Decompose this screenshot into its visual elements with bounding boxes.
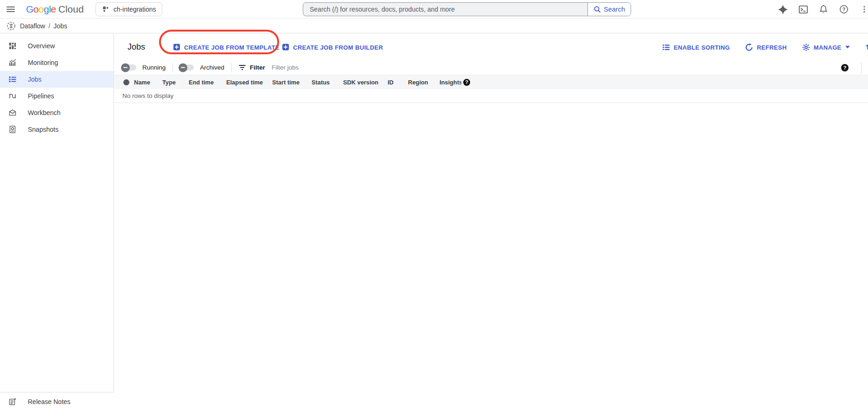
more-vertical-icon[interactable]: [859, 4, 868, 15]
create-job-from-builder-label: CREATE JOB FROM BUILDER: [293, 44, 383, 51]
divider: [172, 63, 173, 72]
search-input[interactable]: [303, 3, 587, 16]
column-header-elapsed-time[interactable]: Elapsed time: [226, 79, 272, 86]
column-header-status[interactable]: Status: [312, 79, 343, 86]
jobs-list-icon: [8, 75, 17, 83]
plus-icon: [173, 44, 180, 51]
create-job-from-template-button[interactable]: CREATE JOB FROM TEMPLATE: [173, 44, 280, 51]
sidebar-item-workbench[interactable]: Workbench: [0, 104, 114, 121]
jobs-filter-row: Running Archived Filter ?: [115, 60, 868, 75]
logo-letter: g: [44, 4, 49, 15]
sidebar-item-label: Pipelines: [28, 92, 54, 100]
enable-sorting-button[interactable]: ENABLE SORTING: [662, 43, 730, 51]
filter-jobs-input[interactable]: [272, 64, 420, 71]
archived-toggle-label: Archived: [200, 64, 224, 71]
column-header-insights[interactable]: Insights: [440, 79, 461, 86]
release-notes-icon: [8, 398, 17, 406]
jobs-toolbar: ENABLE SORTING REFRESH: [662, 43, 868, 51]
toggle-knob: [179, 63, 187, 72]
workbench-icon: [8, 109, 17, 117]
column-header-type[interactable]: Type: [162, 79, 189, 86]
refresh-label: REFRESH: [757, 44, 787, 51]
left-navigation: Overview Monitoring Jobs: [0, 34, 114, 411]
sidebar-item-jobs[interactable]: Jobs: [0, 71, 114, 88]
global-search-bar: Search: [303, 2, 631, 16]
notifications-bell-icon[interactable]: [818, 4, 829, 15]
google-cloud-logo[interactable]: Google Cloud: [26, 4, 84, 15]
sidebar-item-label: Jobs: [28, 76, 42, 83]
column-header-start-time[interactable]: Start time: [272, 79, 312, 86]
gear-icon: [802, 43, 810, 51]
create-job-from-template-label: CREATE JOB FROM TEMPLATE: [184, 44, 280, 51]
filter-button[interactable]: Filter: [239, 64, 265, 71]
plus-icon: [282, 44, 289, 51]
empty-table-message: No rows to display: [115, 89, 868, 103]
dataflow-product-icon: [6, 21, 16, 31]
running-toggle[interactable]: [122, 64, 136, 71]
sidebar-item-label: Workbench: [28, 109, 61, 116]
logo-letter: o: [38, 4, 44, 15]
no-rows-text: No rows to display: [122, 92, 173, 99]
create-job-from-builder-button[interactable]: CREATE JOB FROM BUILDER: [282, 44, 383, 51]
school-icon: [865, 43, 868, 51]
cloud-shell-icon[interactable]: [798, 4, 809, 15]
logo-letter: o: [33, 4, 38, 15]
help-icon[interactable]: ?: [838, 4, 849, 15]
refresh-button[interactable]: REFRESH: [745, 43, 787, 51]
toggle-knob: [121, 63, 130, 72]
column-header-id[interactable]: ID: [388, 79, 408, 86]
monitoring-icon: [8, 58, 17, 67]
chevron-down-icon: [845, 46, 850, 49]
column-header-end-time[interactable]: End time: [189, 79, 226, 86]
topbar-action-icons: ?: [777, 0, 868, 19]
sidebar-item-overview[interactable]: Overview: [0, 38, 114, 54]
enable-sorting-label: ENABLE SORTING: [674, 44, 730, 51]
column-header-region[interactable]: Region: [408, 79, 440, 86]
sidebar-item-snapshots[interactable]: Snapshots: [0, 121, 114, 138]
column-header-sdk-version[interactable]: SDK version: [343, 79, 388, 86]
manage-label: MANAGE: [814, 44, 842, 51]
breadcrumb-separator: /: [48, 22, 50, 30]
jobs-table-header: Name Type End time Elapsed time Start ti…: [115, 75, 868, 89]
page-title: Jobs: [128, 42, 145, 52]
status-dot-icon[interactable]: [123, 79, 129, 85]
logo-letter: G: [26, 4, 33, 15]
refresh-icon: [745, 43, 753, 51]
snapshots-icon: [8, 125, 17, 134]
insights-help-icon[interactable]: ?: [463, 79, 470, 86]
search-icon: [594, 6, 601, 13]
archived-toggle[interactable]: [180, 64, 194, 71]
logo-cloud-text: Cloud: [58, 4, 84, 15]
sidebar-item-label: Release Notes: [28, 398, 70, 405]
project-icon: [102, 6, 109, 13]
breadcrumb: Dataflow / Jobs: [0, 19, 868, 33]
learn-button[interactable]: LEARN: [865, 43, 868, 51]
project-name: ch-integrations: [114, 6, 156, 13]
divider: [861, 62, 862, 73]
gemini-sparkle-icon[interactable]: [777, 4, 788, 15]
top-app-bar: Google Cloud ch-integrations Search: [0, 0, 868, 19]
hamburger-menu-icon[interactable]: [5, 4, 16, 15]
filter-help-icon[interactable]: ?: [841, 64, 849, 71]
sidebar-item-release-notes[interactable]: Release Notes: [0, 392, 114, 411]
filter-label: Filter: [250, 64, 265, 71]
project-selector[interactable]: ch-integrations: [96, 2, 163, 16]
pipelines-icon: [8, 92, 17, 100]
svg-text:?: ?: [842, 6, 846, 12]
page-header: Jobs CREATE JOB FROM TEMPLATE CREATE JOB…: [115, 34, 868, 60]
breadcrumb-current: Jobs: [53, 22, 67, 30]
breadcrumb-product[interactable]: Dataflow: [20, 22, 45, 30]
sidebar-item-label: Overview: [28, 42, 55, 50]
sidebar-item-label: Monitoring: [28, 59, 58, 66]
search-button[interactable]: Search: [587, 3, 631, 16]
manage-button[interactable]: MANAGE: [802, 43, 850, 51]
search-button-label: Search: [604, 6, 625, 13]
filter-icon: [239, 64, 246, 71]
overview-icon: [8, 42, 17, 50]
divider: [231, 63, 232, 72]
sort-list-icon: [662, 43, 670, 51]
column-header-name[interactable]: Name: [134, 79, 162, 86]
sidebar-item-monitoring[interactable]: Monitoring: [0, 54, 114, 71]
sidebar-item-pipelines[interactable]: Pipelines: [0, 88, 114, 104]
logo-letter: e: [51, 4, 56, 15]
